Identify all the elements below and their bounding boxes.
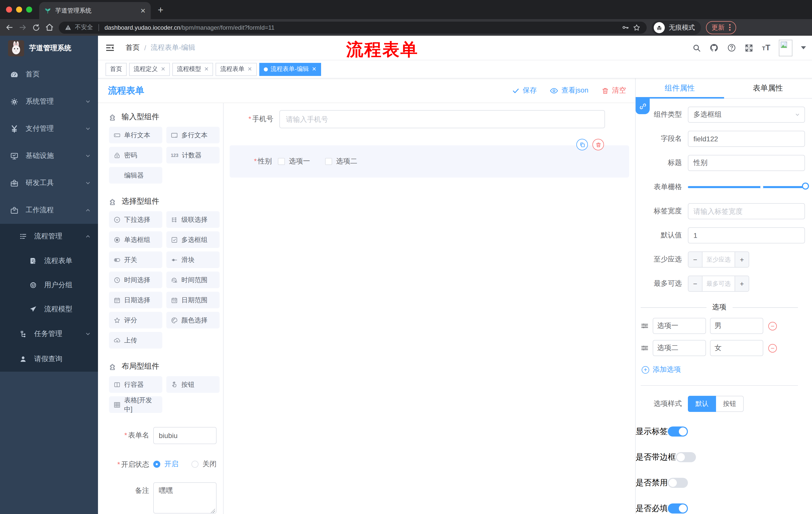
- title-input[interactable]: [688, 155, 805, 171]
- tag-active-form-edit[interactable]: 流程表单-编辑✕: [259, 63, 321, 76]
- sidebar-item-leave-query[interactable]: 请假查询: [0, 347, 98, 372]
- close-window-button[interactable]: [6, 6, 12, 12]
- url-text[interactable]: dashboard.yudao.iocoder.cn/bpm/manager/f…: [105, 24, 274, 31]
- tag-close-icon[interactable]: ✕: [161, 66, 165, 73]
- security-warning-icon[interactable]: [65, 24, 71, 31]
- browser-tab[interactable]: 芋道管理系统 ✕: [39, 2, 151, 19]
- avatar-caret-icon[interactable]: [801, 46, 806, 49]
- sidebar-item-system[interactable]: 系统管理: [0, 88, 98, 115]
- component-date-picker[interactable]: 日期选择: [109, 292, 162, 308]
- back-icon[interactable]: [5, 23, 13, 32]
- component-cascader[interactable]: 级联选择: [166, 211, 220, 228]
- tab-form-props[interactable]: 表单属性: [724, 78, 812, 98]
- slider-track[interactable]: [688, 186, 805, 188]
- sidebar-item-payment[interactable]: 支付管理: [0, 115, 98, 142]
- tag-process-def[interactable]: 流程定义✕: [129, 63, 170, 76]
- tag-process-model[interactable]: 流程模型✕: [172, 63, 213, 76]
- gender-option2-checkbox[interactable]: 选项二: [325, 157, 357, 166]
- gender-option1-checkbox[interactable]: 选项一: [278, 157, 310, 166]
- drag-handle-icon[interactable]: [641, 344, 649, 352]
- component-password[interactable]: 密码: [109, 147, 162, 163]
- sidebar-item-user-group[interactable]: 用户分组: [0, 273, 98, 297]
- form-remark-textarea[interactable]: 嘿嘿: [153, 482, 216, 514]
- sidebar-item-infra[interactable]: 基础设施: [0, 142, 98, 169]
- breadcrumb-home[interactable]: 首页: [126, 43, 140, 52]
- show-label-switch[interactable]: [668, 427, 688, 437]
- minimize-window-button[interactable]: [16, 6, 22, 12]
- form-name-input[interactable]: [153, 427, 216, 444]
- component-row-container[interactable]: 行容器: [109, 376, 162, 393]
- component-date-range[interactable]: 日期范围: [166, 292, 220, 308]
- component-select[interactable]: 下拉选择: [109, 211, 162, 228]
- status-closed-radio[interactable]: 关闭: [192, 460, 216, 469]
- component-radio-group[interactable]: 单选框组: [109, 231, 162, 248]
- save-button[interactable]: 保存: [512, 86, 537, 95]
- option2-label-input[interactable]: [653, 340, 706, 356]
- clear-button[interactable]: 清空: [602, 86, 626, 95]
- copy-component-button[interactable]: [576, 139, 588, 151]
- add-option-button[interactable]: + 添加选项: [642, 365, 805, 374]
- sidebar-fold-icon[interactable]: [106, 43, 115, 52]
- slider-handle[interactable]: [802, 183, 809, 190]
- font-size-icon[interactable]: TT: [762, 43, 770, 52]
- component-slider[interactable]: 滑块: [166, 251, 220, 268]
- link-icon[interactable]: [636, 99, 650, 114]
- style-button-button[interactable]: 按钮: [716, 396, 744, 412]
- tab-close-icon[interactable]: ✕: [140, 7, 146, 14]
- plus-button[interactable]: +: [735, 252, 749, 267]
- password-key-icon[interactable]: [621, 24, 629, 31]
- tag-process-form[interactable]: 流程表单✕: [216, 63, 257, 76]
- security-label[interactable]: 不安全: [75, 23, 93, 32]
- component-counter[interactable]: 123 计数器: [166, 147, 220, 163]
- github-icon[interactable]: [710, 43, 719, 52]
- option1-value-input[interactable]: [710, 318, 763, 334]
- component-rate[interactable]: 评分: [109, 312, 162, 328]
- forward-icon[interactable]: [19, 23, 27, 32]
- component-table-dev[interactable]: 表格[开发中]: [109, 396, 162, 413]
- tag-close-icon[interactable]: ✕: [204, 66, 208, 73]
- component-switch[interactable]: 开关: [109, 251, 162, 268]
- phone-input[interactable]: [279, 110, 605, 128]
- view-json-button[interactable]: 查看json: [550, 86, 588, 95]
- component-upload[interactable]: 上传: [109, 332, 162, 349]
- canvas-field-gender-selected[interactable]: *性别 选项一 选项二: [230, 145, 629, 178]
- component-color-picker[interactable]: 颜色选择: [166, 312, 220, 328]
- home-icon[interactable]: [45, 23, 54, 32]
- bookmark-star-icon[interactable]: [633, 23, 641, 31]
- form-canvas[interactable]: *手机号: [224, 103, 635, 514]
- reload-icon[interactable]: [32, 23, 40, 31]
- canvas-field-phone[interactable]: *手机号: [224, 110, 635, 128]
- checkbox-box[interactable]: [278, 158, 285, 165]
- search-icon[interactable]: [693, 44, 701, 52]
- max-select-input[interactable]: [702, 276, 735, 291]
- sidebar-item-home[interactable]: 首页: [0, 61, 98, 88]
- help-icon[interactable]: [727, 43, 736, 52]
- fullscreen-icon[interactable]: [745, 44, 753, 52]
- delete-component-button[interactable]: [592, 139, 604, 151]
- sidebar-item-task-mgmt[interactable]: 任务管理: [0, 321, 98, 347]
- field-name-input[interactable]: [688, 131, 805, 147]
- status-open-radio[interactable]: 开启: [153, 460, 178, 469]
- option2-value-input[interactable]: [710, 340, 763, 356]
- browser-menu-icon[interactable]: [729, 24, 731, 31]
- plus-button[interactable]: +: [735, 276, 749, 291]
- address-bar[interactable]: 不安全 dashboard.yudao.iocoder.cn/bpm/manag…: [59, 21, 647, 33]
- grid-slider[interactable]: [688, 179, 805, 195]
- style-default-button[interactable]: 默认: [688, 396, 716, 412]
- component-time-picker[interactable]: 时间选择: [109, 272, 162, 288]
- component-button[interactable]: 按钮: [166, 376, 220, 393]
- sidebar-logo[interactable]: 芋道管理系统: [0, 36, 98, 61]
- minus-button[interactable]: −: [688, 276, 702, 291]
- browser-update-button[interactable]: 更新: [706, 21, 736, 34]
- zoom-window-button[interactable]: [26, 6, 32, 12]
- sidebar-item-process-model[interactable]: 流程模型: [0, 297, 98, 321]
- sidebar-item-workflow[interactable]: 工作流程: [0, 197, 98, 224]
- drag-handle-icon[interactable]: [641, 322, 649, 330]
- remove-option-icon[interactable]: −: [768, 322, 777, 330]
- tag-close-icon[interactable]: ✕: [312, 66, 316, 73]
- border-switch[interactable]: [676, 452, 696, 462]
- remove-option-icon[interactable]: −: [768, 344, 777, 352]
- sidebar-item-devtools[interactable]: 研发工具: [0, 169, 98, 197]
- sidebar-item-process-mgmt[interactable]: 流程管理: [0, 224, 98, 249]
- component-textarea[interactable]: 多行文本: [166, 127, 220, 143]
